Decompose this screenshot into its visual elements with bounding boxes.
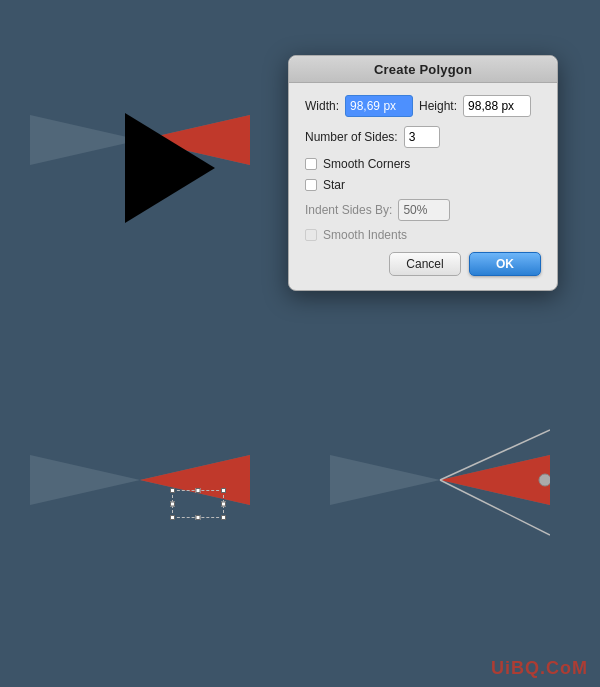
smooth-indents-checkbox — [305, 229, 317, 241]
indent-input — [398, 199, 450, 221]
indent-label: Indent Sides By: — [305, 203, 392, 217]
selection-box — [172, 490, 224, 518]
height-input[interactable] — [463, 95, 531, 117]
width-input[interactable] — [345, 95, 413, 117]
sides-input[interactable] — [404, 126, 440, 148]
triangle-shape — [125, 113, 215, 223]
smooth-indents-row: Smooth Indents — [305, 228, 541, 242]
dimensions-row: Width: Height: — [305, 95, 541, 117]
handle-br — [221, 515, 226, 520]
pacman-top-left — [30, 30, 250, 250]
pacman-bottom-right — [330, 370, 550, 590]
dialog-title: Create Polygon — [374, 62, 472, 77]
star-checkbox[interactable] — [305, 179, 317, 191]
indent-row: Indent Sides By: — [305, 199, 541, 221]
svg-point-2 — [539, 474, 550, 486]
star-label: Star — [323, 178, 345, 192]
smooth-corners-row: Smooth Corners — [305, 157, 541, 171]
create-polygon-dialog: Create Polygon Width: Height: Number of … — [288, 55, 558, 291]
smooth-indents-label: Smooth Indents — [323, 228, 407, 242]
handle-mr — [221, 502, 226, 507]
dialog-buttons: Cancel OK — [305, 252, 541, 276]
smooth-corners-checkbox[interactable] — [305, 158, 317, 170]
ok-button[interactable]: OK — [469, 252, 541, 276]
width-label: Width: — [305, 99, 339, 113]
dialog-body: Width: Height: Number of Sides: Smooth C… — [289, 83, 557, 290]
star-row: Star — [305, 178, 541, 192]
handle-tm — [196, 488, 201, 493]
height-label: Height: — [419, 99, 457, 113]
sides-row: Number of Sides: — [305, 126, 541, 148]
pacman-bottom-left — [30, 370, 250, 590]
cancel-button[interactable]: Cancel — [389, 252, 461, 276]
canvas-area: Create Polygon Width: Height: Number of … — [0, 0, 600, 687]
watermark: UiBQ.CoM — [491, 658, 588, 679]
sides-label: Number of Sides: — [305, 130, 398, 144]
dialog-titlebar: Create Polygon — [289, 56, 557, 83]
handle-tr — [221, 488, 226, 493]
handle-bl — [170, 515, 175, 520]
handle-ml — [170, 502, 175, 507]
smooth-corners-label: Smooth Corners — [323, 157, 410, 171]
handle-bm — [196, 515, 201, 520]
handle-tl — [170, 488, 175, 493]
